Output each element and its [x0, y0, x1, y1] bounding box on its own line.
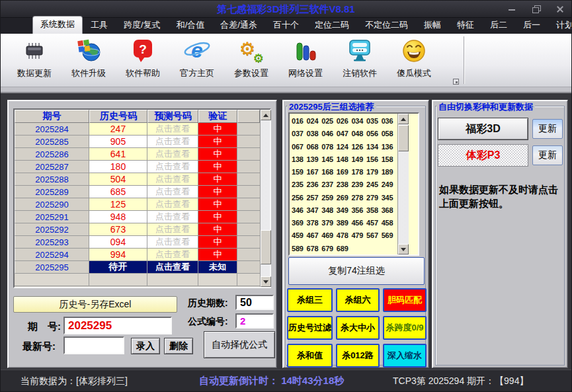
software-help-button[interactable]: ? 软件帮助	[118, 38, 167, 79]
table-scrollbar[interactable]	[260, 110, 270, 287]
verify-cell: 中	[198, 136, 237, 148]
scroll-up-icon[interactable]	[261, 110, 271, 120]
latest-draw-status: TCP3第 2025294 期开：【994】	[393, 375, 528, 387]
filter-button[interactable]: 杀组三	[287, 288, 333, 312]
period-cell[interactable]: 2025289	[15, 186, 89, 198]
period-cell[interactable]: 2025295	[15, 261, 89, 274]
scroll-down-icon[interactable]	[261, 276, 271, 287]
svg-text:e: e	[191, 38, 203, 62]
predict-cell[interactable]: 点击查看	[147, 211, 198, 223]
delete-button[interactable]: 删除	[164, 338, 193, 354]
listbox-scrollbar[interactable]	[397, 114, 409, 255]
fucai-3d-button[interactable]: 福彩3D	[438, 118, 528, 140]
scrollbar-thumb[interactable]	[261, 230, 271, 264]
period-cell[interactable]: 2025287	[15, 161, 89, 173]
recommended-numbers-listbox[interactable]: 016 024 025 026 034 035 036 037 038 046 …	[288, 112, 419, 256]
table-row: 2025288 504 点击查看 中	[15, 173, 260, 186]
predict-cell[interactable]: 点击查看	[147, 123, 198, 136]
predict-cell[interactable]: 点击查看	[147, 173, 198, 186]
period-cell[interactable]: 2025285	[15, 136, 89, 148]
predict-cell[interactable]: 点击查看	[147, 136, 198, 148]
predict-cell[interactable]: 点击查看	[147, 186, 198, 198]
network-bars-icon	[292, 38, 319, 67]
predict-cell[interactable]: 点击查看	[147, 198, 198, 211]
filter-button[interactable]: 杀和值	[287, 344, 333, 368]
predict-cell[interactable]: 点击查看	[147, 148, 198, 161]
current-data-status: 当前数据为：[体彩排列三]	[20, 375, 128, 387]
period-cell[interactable]: 2025286	[15, 148, 89, 161]
official-homepage-button[interactable]: e 官方主页	[173, 38, 222, 79]
tab-item[interactable]: 系统数据	[32, 16, 83, 34]
chip-icon	[21, 38, 48, 67]
entry-button[interactable]: 录入	[131, 338, 160, 354]
ticai-p3-button[interactable]: 体彩P3	[438, 144, 528, 167]
tab-item[interactable]: 不定位二码	[357, 17, 416, 34]
network-settings-button[interactable]: 网络设置	[281, 38, 330, 79]
tab-item[interactable]: 跨度/复式	[116, 17, 169, 34]
table-row: 2025290 125 点击查看 中	[15, 198, 260, 211]
tab-item[interactable]: 百十个	[265, 17, 307, 34]
data-update-button[interactable]: 数据更新	[10, 38, 59, 79]
filter-button[interactable]: 深入缩水	[383, 344, 427, 368]
number-cell: 094	[89, 236, 147, 249]
period-input[interactable]: 2025295	[63, 317, 172, 334]
software-upgrade-button[interactable]: 软件升级	[64, 38, 113, 79]
number-cell: 641	[89, 148, 147, 161]
tab-item[interactable]: 后二	[482, 17, 515, 34]
period-cell[interactable]: 2025291	[15, 211, 89, 223]
logout-software-button[interactable]: 注销软件	[335, 38, 384, 79]
svg-text:?: ?	[139, 42, 147, 56]
period-cell[interactable]: 2025293	[15, 236, 89, 249]
period-cell[interactable]: 2025288	[15, 173, 89, 186]
filter-button[interactable]: 杀跨度0/9	[383, 316, 427, 340]
verify-cell: 中	[198, 223, 237, 236]
update-tcp3-button[interactable]: 更新	[532, 145, 563, 165]
latest-number-label: 最新号:	[22, 340, 56, 353]
tab-item[interactable]: 后一	[515, 17, 548, 34]
latest-number-input[interactable]	[63, 336, 124, 354]
scrollbar-thumb[interactable]	[398, 125, 409, 151]
predict-cell[interactable]: 点击查看	[147, 249, 198, 261]
close-icon[interactable]	[555, 5, 565, 14]
period-cell[interactable]: 2025292	[15, 223, 89, 236]
table-row: 2025287 180 点击查看 中	[15, 161, 260, 173]
tab-item[interactable]: 计划	[548, 17, 572, 34]
minimize-icon[interactable]	[508, 5, 517, 14]
restore-icon[interactable]	[532, 5, 541, 14]
auto-formula-button[interactable]: 自动择优公式	[204, 331, 275, 358]
filter-button[interactable]: 杀大中小	[336, 316, 380, 340]
period-cell[interactable]: 2025284	[15, 123, 89, 136]
filter-button[interactable]: 杀组六	[336, 288, 380, 312]
verify-cell: 中	[198, 161, 237, 173]
tab-item[interactable]: 工具	[83, 17, 116, 34]
verify-cell: 中	[198, 198, 237, 211]
period-cell[interactable]: 2025294	[15, 249, 89, 261]
predict-cell[interactable]: 点击查看	[147, 236, 198, 249]
period-cell[interactable]: 2025290	[15, 198, 89, 211]
parameter-settings-button[interactable]: ⚙⚙ 参数设置	[227, 38, 276, 79]
formula-no-input[interactable]: 2	[235, 313, 274, 329]
filter-button[interactable]: 杀012路	[336, 344, 380, 368]
tab-item[interactable]: 合差/通杀	[212, 17, 265, 34]
filter-button[interactable]: 胆码匹配	[383, 288, 427, 312]
predict-cell[interactable]: 点击查看	[147, 161, 198, 173]
verify-cell: 中	[198, 249, 237, 261]
tab-item[interactable]: 振幅	[416, 17, 449, 34]
app-window: 第七感福彩3D排列三软件V8.81 系统数据 工具 跨度/复式 和/合值 合差/…	[0, 0, 572, 392]
copy-selections-button[interactable]: 复制74注组选	[288, 257, 425, 285]
update-fc3d-button[interactable]: 更新	[532, 119, 563, 139]
predict-cell[interactable]: 点击查看	[147, 261, 198, 274]
filter-button[interactable]: 历史号过滤	[287, 316, 333, 340]
simple-mode-button[interactable]: 傻瓜模式	[389, 38, 438, 79]
history-periods-input[interactable]: 50	[235, 295, 274, 310]
toolbar-overflow-icon[interactable]	[453, 79, 459, 85]
tab-item[interactable]: 定位二码	[307, 17, 357, 34]
tab-item[interactable]: 特征	[449, 17, 482, 34]
scroll-down-icon[interactable]	[398, 244, 409, 255]
tab-item[interactable]: 和/合值	[169, 17, 213, 34]
predict-cell[interactable]: 点击查看	[147, 223, 198, 236]
scroll-up-icon[interactable]	[398, 114, 409, 124]
table-row: 2025285 905 点击查看 中	[15, 136, 260, 148]
save-excel-button[interactable]: 历史号-另存Excel	[13, 296, 177, 313]
verify-cell: 中	[198, 123, 237, 136]
